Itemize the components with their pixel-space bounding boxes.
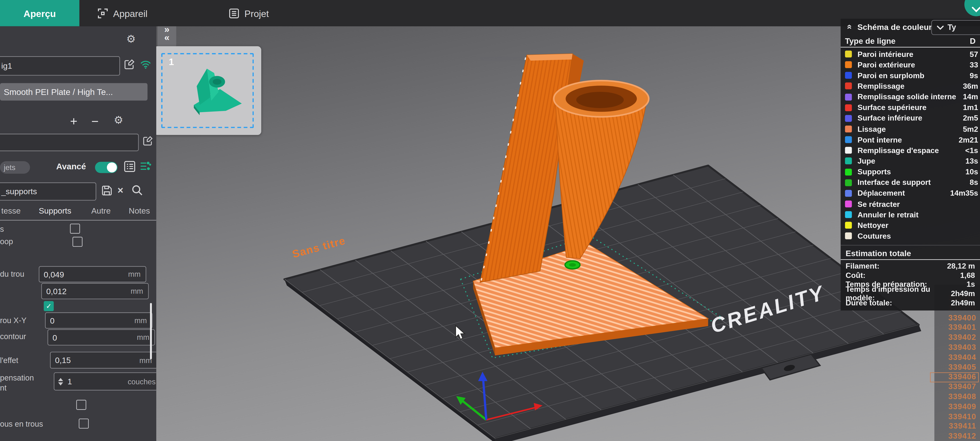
legend-row[interactable]: Lissage5m2 <box>840 124 980 135</box>
field3-unit: mm <box>134 316 152 325</box>
sidebar-scrollbar[interactable] <box>150 303 152 359</box>
field3-input[interactable]: 0 mm <box>45 313 153 328</box>
gcode-line[interactable]: 339407 <box>930 382 979 392</box>
gcode-line[interactable]: 339402 <box>930 333 979 343</box>
color-swatch <box>845 222 852 229</box>
legend-row[interactable]: Jupe13s <box>840 156 980 167</box>
printer-settings-gear-icon[interactable]: ⚙ <box>126 34 136 44</box>
tab-notes[interactable]: Notes <box>129 206 150 216</box>
plate-preset-dropdown[interactable]: Smooth PEI Plate / High Te... <box>0 83 147 100</box>
color-swatch <box>845 233 852 240</box>
legend-row[interactable]: Annuler le retrait <box>840 209 980 220</box>
color-swatch <box>845 201 852 208</box>
checkbox4[interactable] <box>76 400 86 410</box>
checkbox1-label: s <box>0 225 4 234</box>
parameter-list-icon[interactable] <box>124 160 136 173</box>
gcode-line[interactable]: 339403 <box>930 343 979 353</box>
project-icon <box>229 8 239 18</box>
compare-parameters-icon[interactable] <box>139 160 152 173</box>
gcode-line[interactable]: 339408 <box>930 392 979 402</box>
confirm-button[interactable] <box>964 0 980 16</box>
legend-row[interactable]: Supports10s <box>840 167 980 177</box>
field1-input[interactable]: 0,049 mm <box>39 266 146 282</box>
legend-row[interactable]: Remplissage d'espace<1s <box>840 145 980 156</box>
column-duration: D <box>970 36 976 46</box>
legend-row[interactable]: Paroi extérieure33 <box>840 60 980 70</box>
legend-row[interactable]: Pont interne2m21 <box>840 135 980 145</box>
field2-value: 0,012 <box>42 287 67 296</box>
field4-input[interactable]: 0 mm <box>48 329 155 346</box>
total-estimation-panel: Estimation totale Filament:28,12 m Coût:… <box>840 245 980 311</box>
legend-row[interactable]: Paroi en surplomb9s <box>840 70 980 81</box>
tab-projet[interactable]: Projet <box>229 0 269 26</box>
tab-appareil[interactable]: Appareil <box>98 0 148 26</box>
gcode-line[interactable]: 339400 <box>930 313 979 323</box>
tab-autre[interactable]: Autre <box>91 206 111 216</box>
gcode-line[interactable]: 339410 <box>930 412 979 422</box>
color-swatch <box>845 211 852 218</box>
filament-input[interactable] <box>0 134 139 151</box>
field2-input[interactable]: 0,012 mm <box>41 283 149 299</box>
field2-unit: mm <box>130 287 148 296</box>
edit-icon[interactable] <box>124 59 135 70</box>
tab-vitesse[interactable]: tesse <box>1 206 21 216</box>
profile-name-input[interactable]: _supports <box>0 182 96 201</box>
legend-row[interactable]: Coutures <box>840 231 980 241</box>
preset-pill[interactable]: jets <box>0 161 30 174</box>
stepper-arrows-icon[interactable] <box>58 378 63 385</box>
add-filament-button[interactable]: + <box>66 114 81 128</box>
gcode-line[interactable]: 339411 <box>930 422 979 431</box>
legend-row[interactable]: Nettoyer <box>840 220 980 231</box>
estimation-rows: Filament:28,12 m Coût:1,68 Temps de prép… <box>846 262 975 308</box>
legend-row[interactable]: Se rétracter <box>840 199 980 209</box>
checkbox5[interactable] <box>79 419 89 428</box>
legend-row[interactable]: Interface de support8s <box>840 177 980 188</box>
color-swatch <box>845 72 852 79</box>
close-icon[interactable]: × <box>118 185 123 196</box>
field5-input[interactable]: 0,15 mm <box>50 352 156 369</box>
edit-icon[interactable] <box>143 136 153 146</box>
config-name-input[interactable]: ig1 <box>0 56 120 76</box>
remove-filament-button[interactable]: − <box>88 114 103 128</box>
legend-row[interactable]: Surface inférieure2m5 <box>840 113 980 124</box>
chevron-down-icon <box>972 7 980 13</box>
legend-row[interactable]: Remplissage solide interne14m <box>840 92 980 102</box>
gcode-line[interactable]: 339412 <box>930 431 979 441</box>
color-swatch <box>845 136 852 143</box>
gcode-line[interactable]: 339404 <box>930 353 979 363</box>
legend-row[interactable]: Remplissage36m <box>840 81 980 92</box>
legend-row[interactable]: Paroi intérieure57 <box>840 49 980 60</box>
tabs-underline <box>0 220 156 221</box>
legend-column-headers: Type de ligne D <box>845 36 976 46</box>
filament-settings-gear-icon[interactable]: ⚙ <box>114 115 123 125</box>
color-swatch <box>845 62 852 68</box>
tab-supports[interactable]: Supports <box>39 206 71 216</box>
search-icon[interactable] <box>131 184 143 196</box>
legend-header: » Schéma de couleur Ty <box>840 19 980 35</box>
chevron-left-icon: « <box>164 33 170 41</box>
plate-thumbnail[interactable]: 1 <box>156 46 261 135</box>
legend-row[interactable]: Déplacement14m35s <box>840 188 980 199</box>
gcode-line[interactable]: 339405 <box>930 363 979 373</box>
color-scheme-dropdown[interactable]: Ty <box>931 20 980 35</box>
collapse-panel-button[interactable]: » « <box>158 26 176 48</box>
gcode-line-list[interactable]: 339398 339399 339400 339401 339402 33940… <box>930 293 979 441</box>
checkbox-enabled[interactable]: ✓ <box>44 301 54 311</box>
gcode-line[interactable]: 339401 <box>930 323 979 333</box>
color-swatch <box>845 115 852 122</box>
tab-apercu[interactable]: Aperçu <box>0 0 80 26</box>
save-icon[interactable] <box>101 185 113 196</box>
collapse-up-icon[interactable]: » <box>844 24 854 29</box>
checkbox2[interactable] <box>73 237 83 247</box>
preset-pill-label: jets <box>4 163 16 172</box>
estimation-row: Filament:28,12 m <box>846 262 975 271</box>
plate-number: 1 <box>169 56 174 67</box>
legend-row[interactable]: Surface supérieure1m1 <box>840 102 980 113</box>
checkbox1[interactable] <box>70 224 80 234</box>
gcode-line-selected[interactable]: 339406 <box>930 373 979 382</box>
gcode-line[interactable]: 339409 <box>930 402 979 412</box>
layers-stepper[interactable]: 1 couches <box>54 372 156 390</box>
tab-apercu-label: Aperçu <box>24 8 56 18</box>
check-icon: ✓ <box>46 302 52 310</box>
advanced-toggle[interactable] <box>95 162 118 173</box>
